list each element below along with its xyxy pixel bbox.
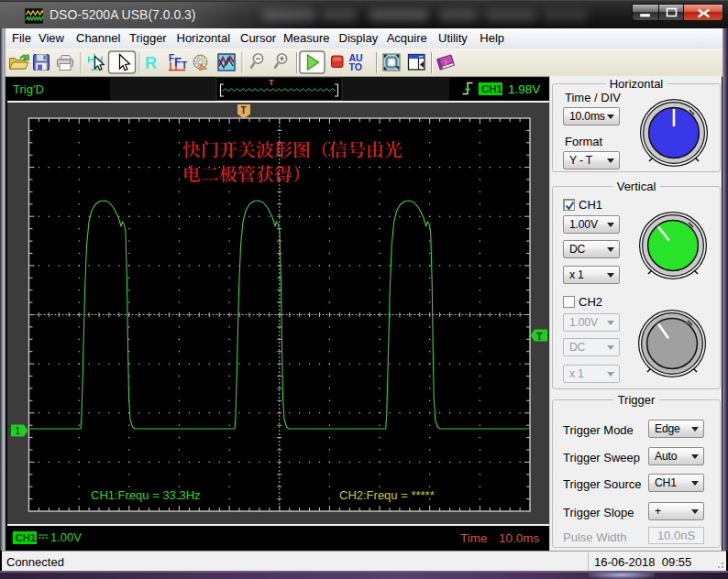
svg-text:Trig'D: Trig'D	[13, 82, 44, 96]
svg-text:10.0ms: 10.0ms	[499, 531, 540, 545]
svg-text:CH1: CH1	[16, 532, 38, 543]
svg-text:CH1: CH1	[481, 83, 503, 94]
svg-text:Time: Time	[460, 531, 488, 545]
svg-text:R: R	[145, 54, 157, 72]
svg-text:CH2:Frequ = *****: CH2:Frequ = *****	[339, 488, 435, 502]
svg-text:1.00V: 1.00V	[50, 530, 82, 544]
svg-text:CH1:Frequ = 33.3Hz: CH1:Frequ = 33.3Hz	[91, 488, 201, 502]
svg-text:T: T	[182, 60, 187, 71]
svg-text:T: T	[241, 105, 247, 115]
svg-text:T: T	[536, 331, 543, 342]
svg-text:1.98V: 1.98V	[508, 82, 540, 96]
svg-text:TO: TO	[349, 61, 362, 72]
svg-text:1: 1	[16, 426, 21, 436]
svg-text:T: T	[269, 78, 274, 87]
